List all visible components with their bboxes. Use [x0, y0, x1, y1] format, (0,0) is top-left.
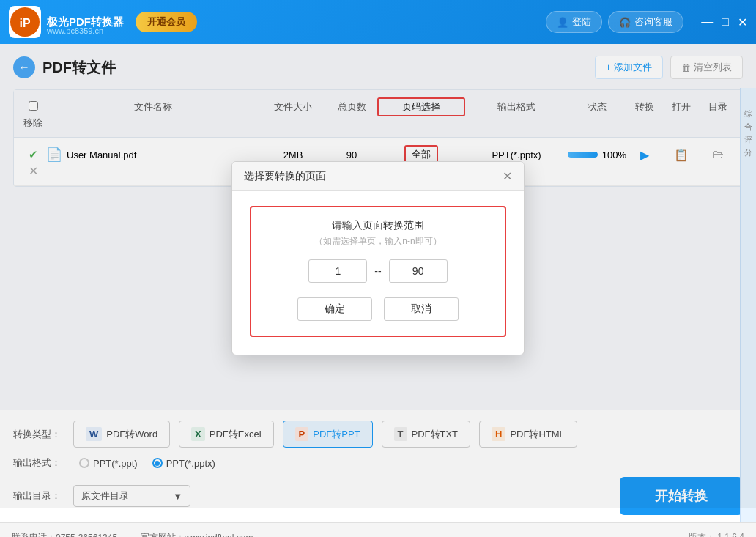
- dialog-close-button[interactable]: ✕: [503, 169, 512, 183]
- dialog-title-bar: 选择要转换的页面 ✕: [232, 162, 524, 191]
- website-label: 官方网站：: [141, 531, 185, 537]
- dialog-main-label: 请输入页面转换范围: [266, 219, 490, 232]
- website-value: www.ipdftool.com: [185, 533, 253, 538]
- service-label: 咨询客服: [634, 15, 672, 29]
- app-subtitle: www.pc8359.cn: [47, 26, 103, 35]
- headset-icon: 🎧: [619, 17, 631, 28]
- login-button[interactable]: 👤 登陆: [546, 11, 602, 33]
- close-icon[interactable]: ✕: [738, 15, 747, 29]
- range-start-input[interactable]: [308, 259, 367, 283]
- maximize-icon[interactable]: □: [722, 15, 729, 29]
- dialog-cancel-button[interactable]: 取消: [384, 297, 459, 321]
- phone-label: 联系电话：: [12, 531, 56, 537]
- minimize-icon[interactable]: —: [701, 15, 713, 29]
- dialog-title: 选择要转换的页面: [244, 170, 326, 183]
- dialog-buttons: 确定 取消: [266, 297, 490, 321]
- phone-value: 0755-36561245: [56, 533, 117, 538]
- dialog-body: 请输入页面转换范围 （如需选择单页，输入n-n即可） -- 确定 取消: [232, 191, 524, 355]
- dialog-sub-label: （如需选择单页，输入n-n即可）: [266, 235, 490, 248]
- range-separator: --: [374, 265, 381, 277]
- version-value: 1.1.6.4: [717, 532, 744, 537]
- title-bar: iP 极光PDF转换器 www.pc8359.cn 开通会员 👤 登陆 🎧 咨询…: [0, 0, 756, 44]
- dialog-confirm-button[interactable]: 确定: [297, 297, 372, 321]
- status-bar: 联系电话： 0755-36561245 官方网站： www.ipdftool.c…: [0, 522, 756, 537]
- user-icon: 👤: [557, 17, 568, 28]
- svg-text:iP: iP: [19, 17, 30, 29]
- dialog-inner-box: 请输入页面转换范围 （如需选择单页，输入n-n即可） -- 确定 取消: [250, 206, 506, 337]
- status-bar-right: 版本： 1.1.6.4: [689, 531, 744, 537]
- page-select-dialog: 选择要转换的页面 ✕ 请输入页面转换范围 （如需选择单页，输入n-n即可） --: [231, 161, 525, 355]
- main-content: ← PDF转文件 + 添加文件 🗑 清空列表 文件名称 文件大小 总页数 页码选…: [0, 44, 756, 508]
- service-button[interactable]: 🎧 咨询客服: [608, 11, 683, 33]
- window-controls: — □ ✕: [701, 15, 747, 29]
- dialog-overlay: 选择要转换的页面 ✕ 请输入页面转换范围 （如需选择单页，输入n-n即可） --: [0, 44, 756, 508]
- dialog-range-row: --: [266, 259, 490, 283]
- header-right: 👤 登陆 🎧 咨询客服 — □ ✕: [546, 11, 747, 33]
- login-label: 登陆: [572, 15, 591, 29]
- app-logo: iP: [9, 6, 41, 38]
- range-end-input[interactable]: [389, 259, 448, 283]
- vip-button[interactable]: 开通会员: [136, 12, 197, 32]
- version-label: 版本：: [689, 532, 715, 537]
